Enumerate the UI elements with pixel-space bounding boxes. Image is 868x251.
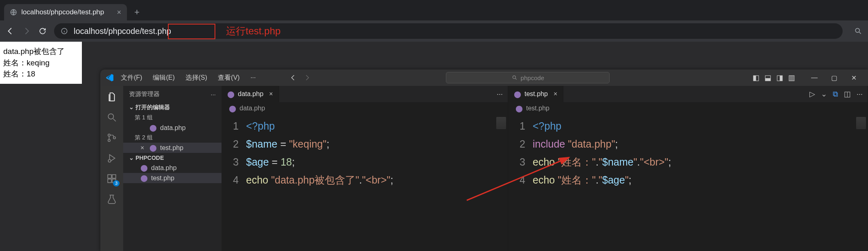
php-icon: ⬤ — [149, 124, 157, 132]
php-icon: ⬤ — [514, 90, 521, 98]
site-info-icon[interactable] — [61, 27, 68, 35]
window-controls: — ▢ ✕ — [805, 69, 863, 86]
tab-label: test.php — [524, 90, 548, 98]
layout-customize-icon[interactable]: ▥ — [788, 73, 795, 82]
tab-title: localhost/phpcode/test.php — [21, 8, 104, 16]
split-editor-icon[interactable]: ◫ — [844, 90, 851, 99]
minimap[interactable] — [856, 117, 866, 129]
extensions-badge: 3 — [113, 180, 120, 186]
gutter: 1 2 3 4 — [222, 117, 246, 251]
svg-rect-17 — [112, 175, 116, 178]
nav-back-icon[interactable] — [289, 74, 297, 81]
svg-line-7 — [515, 78, 516, 80]
back-button[interactable] — [6, 27, 15, 36]
php-icon: ⬤ — [515, 105, 523, 112]
file-label: test.php — [160, 144, 183, 152]
sidebar-file[interactable]: ⬤ data.php — [123, 163, 222, 173]
svg-point-8 — [108, 114, 113, 119]
menu-edit[interactable]: 编辑(E) — [149, 74, 179, 82]
more-icon[interactable]: ··· — [497, 90, 503, 99]
breadcrumb[interactable]: data.php — [240, 105, 265, 112]
vscode-titlebar: 文件(F) 编辑(E) 选择(S) 查看(V) ··· phpcode ◧ ⬓ … — [100, 69, 868, 86]
svg-rect-14 — [108, 175, 111, 178]
menu-view[interactable]: 查看(V) — [214, 74, 244, 82]
code-editor[interactable]: 1 2 3 4 <?php $name = "keqing"; $age = 1… — [222, 114, 508, 251]
run-icon[interactable]: ▷ — [809, 90, 815, 99]
code-lines: <?php $name = "keqing"; $age = 18; echo … — [246, 117, 508, 251]
close-icon[interactable]: × — [140, 144, 146, 152]
address-bar[interactable]: localhost/phpcode/test.php — [54, 23, 843, 39]
testing-icon[interactable] — [106, 194, 117, 204]
tab-label: data.php — [238, 90, 263, 98]
editor-tab[interactable]: ⬤ test.php × — [508, 86, 563, 102]
output-line: 姓名：keqing — [3, 57, 79, 69]
file-label: data.php — [160, 124, 185, 132]
close-icon[interactable]: × — [117, 8, 121, 17]
compare-icon[interactable]: ⧉ — [833, 90, 838, 99]
close-icon[interactable]: × — [554, 90, 557, 98]
forward-button[interactable] — [22, 27, 31, 36]
close-icon[interactable]: × — [269, 90, 273, 98]
minimap[interactable] — [496, 117, 506, 129]
editor-tab[interactable]: ⬤ data.php × — [222, 86, 279, 102]
new-tab-button[interactable]: + — [127, 4, 147, 20]
activity-bar: 3 — [100, 86, 123, 251]
code-editor[interactable]: 1 2 3 4 <?php include "data.php"; echo "… — [508, 114, 868, 251]
command-center-text: phpcode — [521, 74, 545, 81]
svg-rect-15 — [108, 179, 111, 183]
php-icon: ⬤ — [140, 164, 148, 172]
editor-group-2: 第 2 组 — [123, 133, 222, 143]
editor-area: ⬤ data.php × ··· ⬤ data.php 1 2 — [222, 86, 868, 251]
editor-pane-1: ⬤ data.php × ··· ⬤ data.php 1 2 — [222, 86, 508, 251]
close-button[interactable]: ✕ — [844, 69, 863, 86]
zoom-icon[interactable] — [854, 27, 862, 35]
menu-select[interactable]: 选择(S) — [181, 74, 211, 82]
file-label: data.php — [151, 164, 176, 172]
open-editors-label[interactable]: 打开的编辑器 — [136, 104, 170, 110]
page-output: data.php被包含了 姓名：keqing 姓名：18 — [0, 42, 82, 84]
more-icon[interactable]: ··· — [857, 90, 863, 99]
svg-point-11 — [108, 139, 110, 141]
open-editor-item[interactable]: ⬤ data.php — [123, 123, 222, 133]
breadcrumb[interactable]: test.php — [526, 105, 549, 112]
output-line: 姓名：18 — [3, 68, 79, 80]
reload-button[interactable] — [38, 27, 47, 35]
explorer-sidebar: 资源管理器 ··· ⌄打开的编辑器 第 1 组 ⬤ data.php 第 2 组… — [123, 86, 222, 251]
command-center[interactable]: phpcode — [446, 72, 610, 83]
open-editor-item[interactable]: × ⬤ test.php — [123, 143, 222, 153]
maximize-button[interactable]: ▢ — [825, 69, 843, 86]
sidebar-file[interactable]: ⬤ test.php — [123, 173, 222, 183]
svg-line-5 — [859, 32, 861, 34]
gutter: 1 2 3 4 — [508, 117, 533, 251]
editor-group-1: 第 1 组 — [123, 113, 222, 123]
layout-panel-left-icon[interactable]: ◧ — [753, 73, 760, 82]
svg-point-13 — [108, 159, 111, 162]
svg-point-4 — [855, 28, 859, 32]
browser-toolbar: localhost/phpcode/test.php — [0, 20, 868, 42]
debug-icon[interactable] — [106, 153, 117, 164]
run-dropdown-icon[interactable]: ⌄ — [821, 90, 827, 99]
search-icon[interactable] — [106, 112, 117, 123]
nav-forward-icon[interactable] — [303, 74, 311, 81]
menu-more[interactable]: ··· — [246, 74, 260, 81]
minimize-button[interactable]: — — [805, 69, 824, 86]
globe-icon — [10, 9, 17, 16]
menu-file[interactable]: 文件(F) — [117, 74, 146, 82]
output-line: data.php被包含了 — [3, 46, 79, 57]
extensions-icon[interactable]: 3 — [106, 173, 117, 184]
svg-point-10 — [108, 134, 110, 136]
sidebar-more-icon[interactable]: ··· — [210, 91, 216, 98]
layout-controls: ◧ ⬓ ◨ ▥ — [753, 73, 795, 82]
project-label[interactable]: PHPCODE — [136, 155, 164, 161]
url-text: localhost/phpcode/test.php — [74, 27, 171, 36]
php-icon: ⬤ — [149, 144, 157, 152]
layout-panel-bottom-icon[interactable]: ⬓ — [764, 73, 771, 82]
svg-point-12 — [113, 137, 115, 139]
source-control-icon[interactable] — [106, 132, 117, 143]
explorer-icon[interactable] — [106, 92, 117, 102]
vscode-window: 文件(F) 编辑(E) 选择(S) 查看(V) ··· phpcode ◧ ⬓ … — [100, 69, 868, 251]
layout-panel-right-icon[interactable]: ◨ — [776, 73, 783, 82]
file-label: test.php — [151, 175, 174, 182]
browser-tab[interactable]: localhost/phpcode/test.php × — [4, 4, 127, 20]
svg-line-9 — [113, 119, 116, 121]
